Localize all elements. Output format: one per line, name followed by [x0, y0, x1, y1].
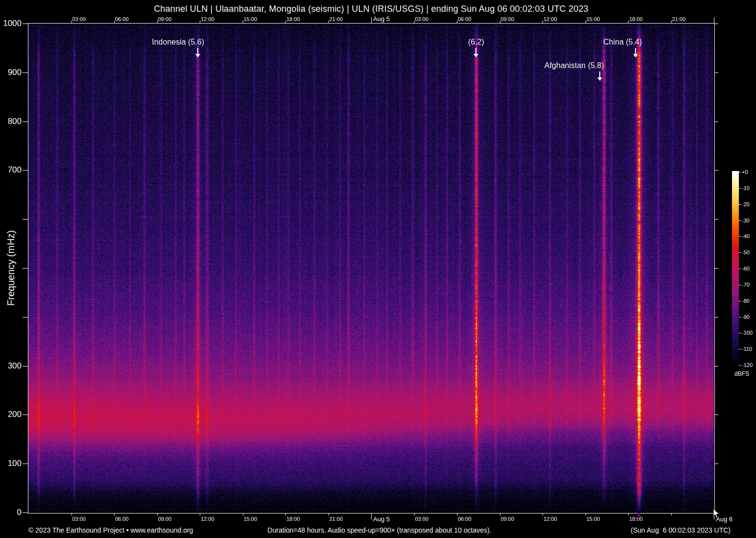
x-tick [457, 21, 457, 23]
x-tick-label: 06:00 [115, 16, 129, 22]
x-tick [371, 513, 372, 519]
colorbar-tick [739, 301, 741, 301]
x-tick [329, 21, 329, 23]
x-tick-label: 18:00 [629, 16, 643, 22]
colorbar-tick-label: -70 [742, 282, 750, 288]
x-tick-label: 18:00 [286, 516, 300, 522]
colorbar-tick [739, 269, 741, 269]
x-tick-label: 03:00 [415, 516, 429, 522]
x-tick [414, 21, 415, 23]
colorbar-tick [739, 252, 741, 253]
x-tick-label: 12:00 [543, 16, 557, 22]
y-tick-label: 200 [8, 410, 22, 419]
y-axis-title: Frequency (mHz) [5, 230, 17, 306]
x-tick [500, 21, 500, 23]
y-tick-label: 100 [8, 459, 22, 468]
right-tick [714, 219, 718, 220]
x-tick [414, 513, 415, 515]
y-tick [23, 415, 28, 415]
x-tick-label: 15:00 [244, 516, 258, 522]
y-tick [23, 24, 28, 24]
colorbar-tick-label: -110 [742, 346, 752, 352]
y-tick-label: 700 [8, 165, 22, 175]
x-tick [586, 21, 586, 23]
annotation-label: Afghanistan (5.8) [544, 61, 604, 70]
annotation-label: Indonesia (5.6) [152, 38, 204, 47]
footer-timestamp: (Sun Aug 6 00:02:03 2023 UTC) [631, 526, 731, 534]
colorbar-tick-label: -100 [742, 330, 753, 336]
day-label: Aug 5 [373, 515, 390, 523]
x-tick-label: 21:00 [672, 16, 686, 22]
x-tick-label: 15:00 [244, 16, 258, 22]
x-tick-label: 03:00 [415, 16, 429, 22]
right-tick [714, 317, 718, 318]
x-tick [628, 21, 629, 23]
x-tick-label: 12:00 [201, 516, 214, 522]
x-tick-label: 09:00 [501, 16, 515, 22]
x-tick-label: 09:00 [501, 516, 515, 522]
x-tick-label: 03:00 [72, 516, 86, 522]
x-tick-label: 06:00 [458, 516, 472, 522]
x-tick-label: 15:00 [587, 516, 600, 522]
x-tick-label: 18:00 [629, 516, 643, 522]
colorbar-tick [739, 204, 741, 205]
colorbar-tick-label: -10 [742, 185, 750, 191]
colorbar-tick-label: -80 [742, 298, 750, 304]
down-arrow-icon [597, 72, 603, 81]
x-tick [543, 513, 543, 515]
x-tick [157, 21, 158, 23]
y-tick [23, 317, 28, 318]
x-tick [243, 21, 243, 23]
y-tick [23, 366, 28, 367]
colorbar-tick [739, 349, 741, 349]
colorbar-tick [739, 220, 741, 221]
colorbar-tick-label: -90 [742, 314, 750, 320]
x-tick [114, 21, 115, 23]
colorbar-unit-label: dBFS [732, 370, 752, 377]
x-tick [200, 513, 200, 515]
colorbar-tick [739, 333, 741, 333]
annotation-label: China (5.4) [603, 38, 642, 47]
y-tick [23, 513, 28, 513]
y-tick-label: 800 [8, 117, 22, 126]
y-tick [23, 73, 28, 73]
x-tick [671, 21, 672, 23]
x-tick [714, 17, 714, 23]
colorbar-tick-label: -120 [742, 362, 753, 368]
x-tick [71, 21, 72, 23]
colorbar [732, 171, 739, 365]
right-tick [714, 464, 718, 464]
right-tick [714, 122, 718, 122]
down-arrow-icon [473, 48, 479, 58]
down-arrow-icon [195, 48, 201, 58]
x-tick [671, 513, 672, 515]
right-tick [714, 24, 718, 24]
y-tick-label: 300 [8, 361, 22, 371]
y-tick [23, 122, 28, 122]
y-tick [23, 170, 28, 171]
x-tick-label: 09:00 [158, 16, 172, 22]
x-tick [71, 513, 72, 515]
x-tick [586, 513, 586, 515]
day-label: Aug 5 [373, 15, 390, 23]
colorbar-tick [739, 365, 741, 366]
mouse-cursor-icon [713, 509, 720, 519]
x-tick-label: 06:00 [115, 516, 129, 522]
x-tick-label: 15:00 [587, 16, 600, 22]
y-tick [23, 219, 28, 220]
y-tick-label: 0 [17, 508, 22, 517]
x-tick [371, 17, 372, 23]
y-tick [23, 464, 28, 464]
colorbar-tick [739, 172, 741, 172]
colorbar-tick-label: -60 [742, 266, 750, 271]
x-tick [500, 513, 500, 515]
colorbar-tick [739, 317, 741, 318]
right-tick [714, 170, 718, 171]
colorbar-tick [739, 188, 741, 189]
x-tick [285, 21, 286, 23]
x-tick-label: 12:00 [201, 16, 214, 22]
x-tick [543, 21, 543, 23]
x-tick [243, 513, 243, 515]
x-tick-label: 21:00 [330, 16, 343, 22]
x-tick [157, 513, 158, 515]
